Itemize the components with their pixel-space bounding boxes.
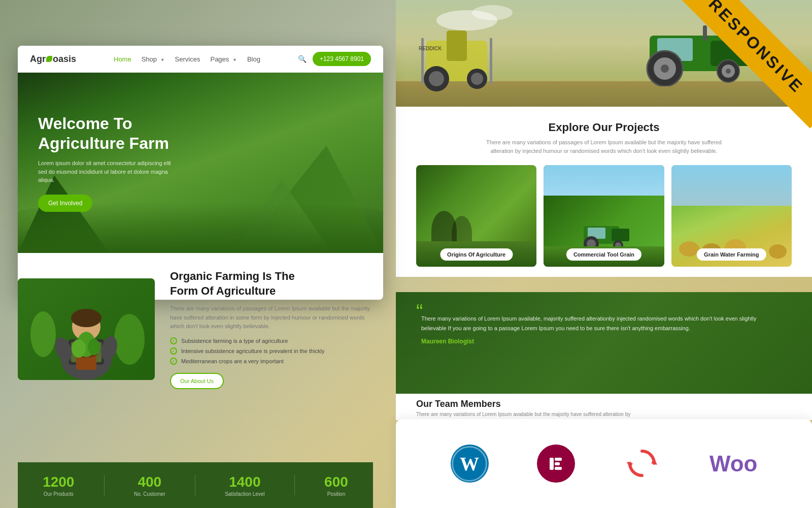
project-card-commercial[interactable]: Commercial Tool Grain xyxy=(544,165,664,267)
stat-products: 1200 Our Products xyxy=(43,474,74,497)
stat-position: 600 Position xyxy=(324,474,348,497)
svg-point-29 xyxy=(114,314,145,365)
nav-blog[interactable]: Blog xyxy=(247,55,260,63)
nav-bar: Agroasis Home Shop ▼ Services Pages ▼ Bl… xyxy=(18,46,383,73)
hero-section: Welcome ToAgriculture Farm Lorem ipsum d… xyxy=(18,73,383,253)
testimonial-section: “ There many variations of Lorem Ipsum a… xyxy=(396,292,812,394)
svg-rect-13 xyxy=(447,30,467,61)
about-us-button[interactable]: Our About Us xyxy=(170,373,224,389)
sky-grain xyxy=(671,165,792,206)
svg-point-17 xyxy=(471,73,483,85)
project-card-origins[interactable]: Origins Of Agriculture xyxy=(416,165,536,267)
team-description: There are many variations of Lorem Ipsum… xyxy=(416,411,792,417)
project-card-grain[interactable]: Grain Water Farming xyxy=(671,165,792,267)
stat-number-satisfaction: 1400 xyxy=(225,474,264,490)
quote-icon: “ xyxy=(416,301,423,322)
wordpress-ring xyxy=(452,446,487,482)
svg-point-15 xyxy=(429,71,444,86)
stat-label-satisfaction: Satisfaction Level xyxy=(225,491,264,497)
person-with-plant-svg xyxy=(18,278,155,380)
team-section-peek: Our Team Members There are many variatio… xyxy=(396,394,812,420)
responsive-badge: RESPONSIVE xyxy=(650,0,812,163)
organic-title: Organic Farming Is TheForm Of Agricultur… xyxy=(170,269,373,298)
stat-label-products: Our Products xyxy=(43,491,74,497)
svg-rect-19 xyxy=(490,38,492,84)
stat-divider-1 xyxy=(104,475,105,495)
nav-services[interactable]: Services xyxy=(175,55,200,63)
stats-section: 1200 Our Products 400 No. Customer 1400 … xyxy=(18,462,373,508)
project-label-origins: Origins Of Agriculture xyxy=(440,248,513,261)
svg-rect-45 xyxy=(555,462,560,465)
testimonial-text: There many variations of Lorem Ipsum ava… xyxy=(421,314,766,333)
nav-home[interactable]: Home xyxy=(114,55,131,63)
organic-description: There are many variations of passages of… xyxy=(170,304,373,331)
projects-grid: Origins Of Agriculture Commercial xyxy=(416,165,792,267)
stat-divider-2 xyxy=(195,475,195,495)
logos-section: W xyxy=(396,419,812,508)
sync-logo xyxy=(623,444,661,483)
svg-point-41 xyxy=(72,339,86,358)
elementor-circle xyxy=(537,444,575,483)
project-label-grain: Grain Water Farming xyxy=(697,248,766,261)
wordpress-logo: W xyxy=(451,444,489,483)
sky xyxy=(544,165,664,196)
svg-rect-18 xyxy=(421,38,424,84)
woocommerce-logo: Woo xyxy=(709,451,758,477)
stat-label-position: Position xyxy=(324,491,348,497)
check-label-3: Mediterranean crops are a very important xyxy=(181,358,284,364)
logo: Agroasis xyxy=(30,54,76,65)
organic-image xyxy=(18,278,155,380)
nav-pages[interactable]: Pages ▼ xyxy=(210,55,236,63)
svg-rect-44 xyxy=(555,458,562,461)
stat-number-customers: 400 xyxy=(134,474,165,490)
stat-label-customers: No. Customer xyxy=(134,491,165,497)
testimonial-author: Maureen Biologist xyxy=(421,338,787,345)
svg-point-42 xyxy=(88,339,100,355)
nav-icons: 🔍 +123 4567 8901 xyxy=(298,52,371,66)
check-icon-1: ✓ xyxy=(170,337,177,344)
spray-machine-svg xyxy=(406,10,507,102)
team-title: Our Team Members xyxy=(416,399,792,409)
check-label-2: Intensive subsistence agriculture is pre… xyxy=(181,348,324,354)
wordpress-circle: W xyxy=(451,444,489,483)
check-icon-2: ✓ xyxy=(170,347,177,355)
stat-number-position: 600 xyxy=(324,474,348,490)
left-preview-card: Agroasis Home Shop ▼ Services Pages ▼ Bl… xyxy=(18,46,383,300)
svg-point-33 xyxy=(71,309,101,327)
project-label-commercial: Commercial Tool Grain xyxy=(566,248,641,261)
svg-rect-21 xyxy=(612,229,629,241)
stat-divider-3 xyxy=(294,475,295,495)
search-icon[interactable]: 🔍 xyxy=(298,55,307,63)
logo-agri: Agr xyxy=(30,54,46,65)
logo-leaf-icon xyxy=(46,56,52,62)
hero-title: Welcome ToAgriculture Farm xyxy=(38,114,180,153)
check-label-1: Subsistence farming is a type of agricul… xyxy=(181,338,288,344)
sync-svg xyxy=(626,447,659,480)
svg-point-30 xyxy=(30,311,56,357)
stat-number-products: 1200 xyxy=(43,474,74,490)
check-item-1: ✓ Subsistence farming is a type of agric… xyxy=(170,337,373,344)
nav-links: Home Shop ▼ Services Pages ▼ Blog xyxy=(114,55,260,63)
get-involved-button[interactable]: Get Involved xyxy=(38,195,92,212)
hay-bale-1 xyxy=(679,241,699,257)
elementor-logo xyxy=(537,444,575,483)
spray-label: REDDICK xyxy=(419,46,442,51)
check-item-2: ✓ Intensive subsistence agriculture is p… xyxy=(170,347,373,355)
hero-description: Lorem ipsum dolor sit amet consectetur a… xyxy=(38,159,180,184)
elementor-icon xyxy=(546,454,566,474)
sync-icon xyxy=(623,444,661,483)
hero-content: Welcome ToAgriculture Farm Lorem ipsum d… xyxy=(38,114,180,211)
organic-content: Organic Farming Is TheForm Of Agricultur… xyxy=(170,269,373,389)
nav-shop[interactable]: Shop ▼ xyxy=(142,55,165,63)
hay-bale-4 xyxy=(769,244,787,259)
check-item-3: ✓ Mediterranean crops are a very importa… xyxy=(170,358,373,365)
logo-oasis: oasis xyxy=(53,54,76,65)
svg-rect-43 xyxy=(550,458,554,470)
check-icon-3: ✓ xyxy=(170,358,177,365)
svg-rect-46 xyxy=(555,467,562,470)
organic-section: Organic Farming Is TheForm Of Agricultur… xyxy=(18,269,373,389)
stat-customers: 400 No. Customer xyxy=(134,474,165,497)
phone-cta-button[interactable]: +123 4567 8901 xyxy=(313,52,371,66)
woocommerce-symbol: Woo xyxy=(709,451,758,477)
stat-satisfaction: 1400 Satisfaction Level xyxy=(225,474,264,497)
